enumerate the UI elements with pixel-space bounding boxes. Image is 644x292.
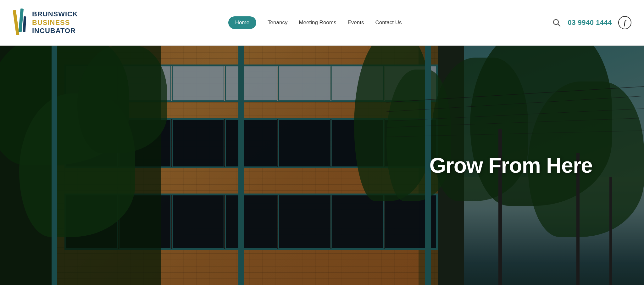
logo-icon (13, 7, 28, 38)
hero-text-container: Grow From Here (429, 154, 592, 177)
phone-number[interactable]: 03 9940 1444 (568, 19, 612, 27)
hero-section: Grow From Here (0, 46, 644, 285)
hero-title: Grow From Here (429, 154, 592, 177)
main-nav: Home Tenancy Meeting Rooms Events Contac… (228, 16, 402, 29)
logo-line3: INCUBATOR (32, 27, 78, 35)
nav-item-home[interactable]: Home (228, 16, 256, 29)
logo-line2: BUSINESS (32, 19, 78, 27)
facebook-icon: f (624, 19, 626, 26)
facebook-button[interactable]: f (618, 16, 631, 29)
svg-line-4 (558, 24, 560, 26)
nav-item-tenancy[interactable]: Tenancy (268, 20, 287, 26)
logo-text: BRUNSWICK BUSINESS INCUBATOR (32, 10, 78, 35)
nav-item-events[interactable]: Events (347, 20, 364, 26)
nav-item-meeting-rooms[interactable]: Meeting Rooms (299, 20, 336, 26)
svg-rect-0 (13, 10, 19, 36)
nav-item-contact-us[interactable]: Contact Us (375, 20, 402, 26)
site-header: BRUNSWICK BUSINESS INCUBATOR Home Tenanc… (0, 0, 644, 46)
svg-rect-1 (19, 8, 24, 32)
svg-rect-2 (23, 16, 26, 32)
search-button[interactable] (552, 18, 561, 27)
logo-line1: BRUNSWICK (32, 10, 78, 18)
search-icon (552, 19, 561, 27)
logo[interactable]: BRUNSWICK BUSINESS INCUBATOR (13, 7, 78, 38)
header-right-controls: 03 9940 1444 f (552, 16, 631, 29)
